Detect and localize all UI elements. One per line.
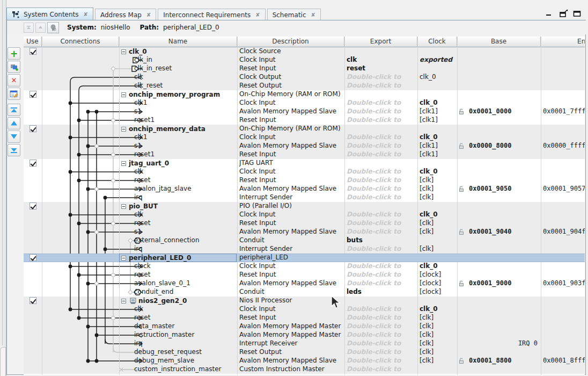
collapsed-panel-strip[interactable] xyxy=(0,0,3,345)
lock-icon[interactable] xyxy=(459,279,464,288)
use-checkbox[interactable] xyxy=(30,203,36,209)
column-header-name[interactable]: Name xyxy=(119,37,237,47)
lock-icon[interactable] xyxy=(459,357,464,365)
base-address[interactable]: 0x0001_8800 xyxy=(469,357,511,365)
restore-icon[interactable] xyxy=(559,10,568,17)
use-checkbox[interactable] xyxy=(30,91,36,98)
clock-cell[interactable]: [clk] xyxy=(420,339,433,348)
port-name[interactable]: clk xyxy=(134,305,143,314)
port-name[interactable]: instruction_master xyxy=(134,331,194,339)
remove-button[interactable]: ✕ xyxy=(8,74,20,86)
clock-cell[interactable]: [clk] xyxy=(420,314,433,322)
port-name[interactable]: clk_in xyxy=(134,56,152,64)
component-name[interactable]: nios2_gen2_0 xyxy=(121,297,187,305)
column-separator[interactable] xyxy=(42,37,42,375)
clock-cell[interactable]: clk_0 xyxy=(420,262,438,271)
export-cell[interactable]: Double-click to xyxy=(347,82,417,90)
collapse-icon[interactable] xyxy=(121,299,126,303)
port-name[interactable]: clk1 xyxy=(134,133,148,142)
port-name[interactable]: clk xyxy=(134,73,143,82)
clock-cell[interactable]: [clk] xyxy=(420,193,433,202)
export-cell[interactable]: reset xyxy=(347,64,417,73)
port-name[interactable]: debug_mem_slave xyxy=(134,357,194,365)
move-up-button[interactable] xyxy=(8,117,20,129)
clock-cell[interactable]: clk_0 xyxy=(420,73,436,82)
port-name[interactable]: clk_reset xyxy=(134,82,163,90)
column-separator[interactable] xyxy=(119,37,120,375)
export-cell[interactable]: Double-click to xyxy=(347,305,417,314)
move-up-disabled-button[interactable] xyxy=(24,23,34,33)
clock-cell[interactable]: [clk] xyxy=(420,245,433,254)
port-name[interactable]: reset xyxy=(134,271,150,279)
export-cell[interactable]: Double-click to xyxy=(347,133,417,142)
tab-system-contents[interactable]: System Contents ✘ xyxy=(6,8,93,20)
port-name[interactable]: s1 xyxy=(134,142,142,150)
tab-interconnect-requirements[interactable]: Interconnect Requirements ✘ xyxy=(158,9,265,20)
collapse-icon[interactable] xyxy=(121,49,126,54)
collapse-icon[interactable] xyxy=(121,92,126,97)
export-cell[interactable]: Double-click to xyxy=(347,176,417,185)
export-cell[interactable]: Double-click to xyxy=(347,322,417,331)
lock-icon[interactable] xyxy=(459,107,464,116)
clock-cell[interactable]: [clock] xyxy=(420,271,441,279)
column-separator[interactable] xyxy=(541,37,541,375)
export-cell[interactable]: Double-click to xyxy=(347,279,417,288)
lock-icon[interactable] xyxy=(459,142,464,150)
port-name[interactable]: irq xyxy=(134,339,143,348)
clock-cell[interactable]: [clk] xyxy=(420,331,433,339)
column-separator[interactable] xyxy=(237,37,238,375)
use-checkbox[interactable] xyxy=(30,48,36,55)
component-name[interactable]: clk_0 xyxy=(121,47,147,56)
clock-cell[interactable]: clk_0 xyxy=(420,211,438,219)
port-name[interactable]: clk xyxy=(134,168,143,176)
move-up2-disabled-button[interactable] xyxy=(35,23,46,33)
base-address[interactable]: 0x0001_0000 xyxy=(469,107,511,116)
component-name[interactable]: onchip_memory_data xyxy=(121,125,205,133)
export-cell[interactable]: Double-click to xyxy=(347,314,417,322)
port-name[interactable]: reset xyxy=(134,314,150,322)
component-name[interactable]: onchip_memory_program xyxy=(121,90,220,99)
column-separator[interactable] xyxy=(457,37,458,375)
clock-cell[interactable]: clk_0 xyxy=(420,168,438,176)
port-name[interactable]: reset1 xyxy=(134,116,155,125)
collapse-icon[interactable] xyxy=(121,127,126,132)
collapsed-panel-bottom[interactable] xyxy=(0,347,6,376)
export-cell[interactable]: Double-click to xyxy=(347,348,417,357)
port-name[interactable]: conduit_end xyxy=(134,288,173,297)
clock-cell[interactable]: exported xyxy=(420,56,452,64)
column-separator[interactable] xyxy=(417,37,418,375)
export-cell[interactable]: Double-click to xyxy=(347,185,417,193)
minimize-icon[interactable] xyxy=(545,10,554,17)
collapse-icon[interactable] xyxy=(121,204,126,209)
port-name[interactable]: debug_reset_request xyxy=(134,348,202,357)
port-name[interactable]: external_connection xyxy=(134,236,200,245)
collapse-icon[interactable] xyxy=(121,161,126,166)
filter-button[interactable] xyxy=(47,22,59,33)
port-name[interactable]: clk1 xyxy=(134,99,148,107)
add-component-button[interactable]: + xyxy=(8,47,20,60)
port-name[interactable]: clock xyxy=(134,262,151,271)
edit-parameters-button[interactable] xyxy=(8,88,20,100)
column-header-clock[interactable]: Clock xyxy=(417,37,457,47)
tab-close-icon[interactable]: ✘ xyxy=(84,11,88,17)
clock-cell[interactable]: clk_0 xyxy=(420,99,438,107)
port-name[interactable]: s1 xyxy=(134,228,142,236)
port-name[interactable]: s1 xyxy=(134,107,142,116)
component-name[interactable]: pio_BUT xyxy=(121,202,158,211)
port-name[interactable]: data_master xyxy=(134,322,174,331)
export-cell[interactable]: Double-click to xyxy=(347,228,417,236)
move-down-button[interactable] xyxy=(8,131,20,143)
use-checkbox[interactable] xyxy=(30,125,36,132)
export-cell[interactable]: Double-click to xyxy=(347,339,417,348)
port-name[interactable]: clk xyxy=(134,211,143,219)
add-connection-button[interactable] xyxy=(8,61,20,73)
port-name[interactable]: irq xyxy=(134,245,143,254)
use-checkbox[interactable] xyxy=(30,160,36,167)
clock-cell[interactable]: [clk] xyxy=(420,219,433,228)
clock-cell[interactable]: [clk1] xyxy=(420,142,438,150)
tab-close-icon[interactable]: ✘ xyxy=(311,12,315,18)
export-cell[interactable]: leds xyxy=(347,288,417,297)
component-name[interactable]: peripheral_LED_0 xyxy=(121,254,191,262)
column-header-description[interactable]: Description xyxy=(237,37,344,47)
export-cell[interactable]: Double-click to xyxy=(347,150,417,159)
